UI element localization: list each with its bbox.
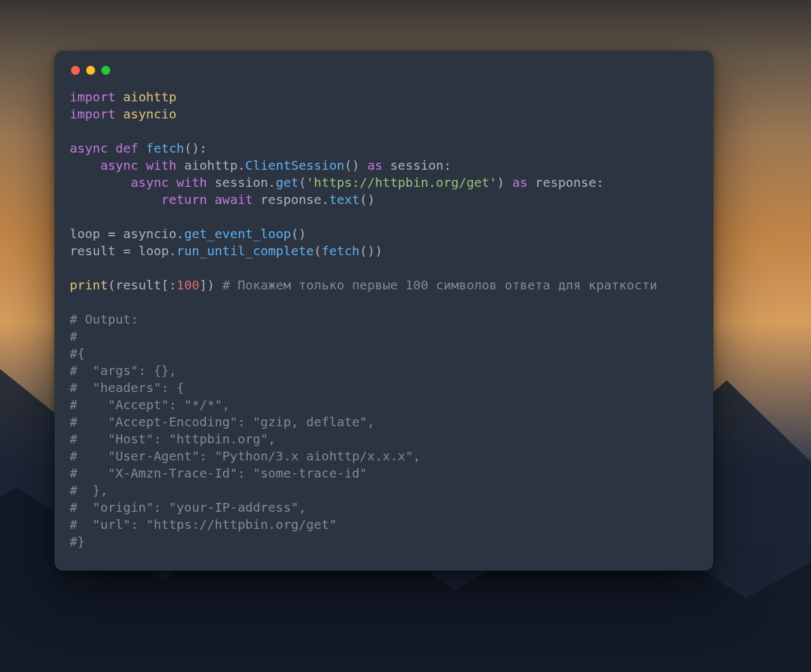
- punct: (: [298, 175, 306, 190]
- indent: [70, 175, 131, 190]
- punct: (: [108, 277, 115, 293]
- punct: ]: [200, 277, 207, 293]
- comment: #}: [70, 534, 85, 549]
- punct: ): [207, 277, 215, 293]
- string-literal: 'https://httpbin.org/get': [306, 175, 497, 190]
- function-name: fetch: [146, 141, 184, 156]
- identifier: aiohttp: [184, 158, 238, 173]
- comment: #: [70, 329, 77, 344]
- variable: result: [70, 243, 115, 258]
- keyword-with: with: [146, 158, 176, 173]
- keyword-return: return: [162, 192, 207, 207]
- indent: [70, 158, 100, 173]
- identifier: response: [260, 192, 321, 207]
- comment: # "headers": {: [70, 380, 184, 395]
- punct: (): [360, 243, 375, 258]
- comment: # "Accept-Encoding": "gzip, deflate",: [70, 414, 375, 429]
- punct: ): [375, 243, 383, 258]
- indent: [70, 192, 162, 207]
- keyword-await: await: [215, 192, 253, 207]
- identifier: response: [535, 175, 596, 190]
- comment: # "origin": "your-IP-address",: [70, 500, 306, 515]
- close-icon[interactable]: [71, 66, 80, 75]
- code-block: import aiohttp import asyncio async def …: [70, 89, 698, 550]
- variable: loop: [70, 226, 100, 241]
- window-controls: [71, 66, 698, 75]
- punct: =: [115, 243, 138, 258]
- keyword-async: async: [131, 175, 169, 190]
- keyword-import: import: [70, 106, 115, 122]
- identifier: asyncio: [123, 226, 176, 241]
- module-name: asyncio: [123, 106, 176, 122]
- identifier: session: [390, 158, 444, 173]
- comment: # "User-Agent": "Python/3.x aiohttp/x.x.…: [70, 448, 421, 464]
- keyword-async: async: [100, 158, 138, 173]
- punct: =: [100, 226, 123, 241]
- keyword-def: def: [115, 141, 138, 156]
- punct: (): [360, 192, 375, 207]
- keyword-async: async: [70, 141, 108, 156]
- punct: :: [444, 158, 451, 173]
- function-call: get_event_loop: [184, 226, 291, 241]
- space: [215, 277, 222, 293]
- comment: # "X-Amzn-Trace-Id": "some-trace-id": [70, 466, 367, 481]
- method-name: text: [329, 192, 359, 207]
- zoom-icon[interactable]: [101, 66, 110, 75]
- punct: [: [162, 277, 169, 293]
- minimize-icon[interactable]: [86, 66, 95, 75]
- punct: ): [497, 175, 504, 190]
- module-name: aiohttp: [123, 89, 176, 105]
- punct: (): [345, 158, 360, 173]
- class-name: ClientSession: [245, 158, 345, 173]
- punct: (): [291, 226, 306, 241]
- number-literal: 100: [177, 277, 200, 293]
- comment: # "Accept": "*/*",: [70, 397, 230, 412]
- keyword-with: with: [177, 175, 207, 190]
- comment: # Покажем только первые 100 символов отв…: [222, 277, 657, 293]
- punct: :: [169, 277, 177, 293]
- punct: (: [314, 243, 321, 258]
- punct: .: [238, 158, 245, 173]
- identifier: session: [215, 175, 268, 190]
- comment: # "args": {},: [70, 363, 177, 378]
- function-call: run_until_complete: [177, 243, 314, 258]
- function-call: fetch: [321, 243, 359, 258]
- identifier: result: [115, 277, 161, 293]
- punct: .: [177, 226, 184, 241]
- identifier: loop: [138, 243, 169, 258]
- comment: # "url": "https://httpbin.org/get": [70, 517, 336, 532]
- punct: :: [596, 175, 604, 190]
- builtin-print: print: [70, 277, 108, 293]
- comment: # "Host": "httpbin.org",: [70, 431, 276, 447]
- comment: # },: [70, 483, 108, 498]
- comment: #{: [70, 346, 85, 361]
- comment: # Output:: [70, 312, 138, 327]
- keyword-as: as: [512, 175, 527, 190]
- code-window: import aiohttp import asyncio async def …: [54, 51, 713, 571]
- punct: .: [169, 243, 177, 258]
- punct: ():: [184, 141, 207, 156]
- punct: .: [268, 175, 276, 190]
- keyword-as: as: [367, 158, 383, 173]
- punct: .: [321, 192, 329, 207]
- method-name: get: [276, 175, 298, 190]
- keyword-import: import: [70, 89, 115, 105]
